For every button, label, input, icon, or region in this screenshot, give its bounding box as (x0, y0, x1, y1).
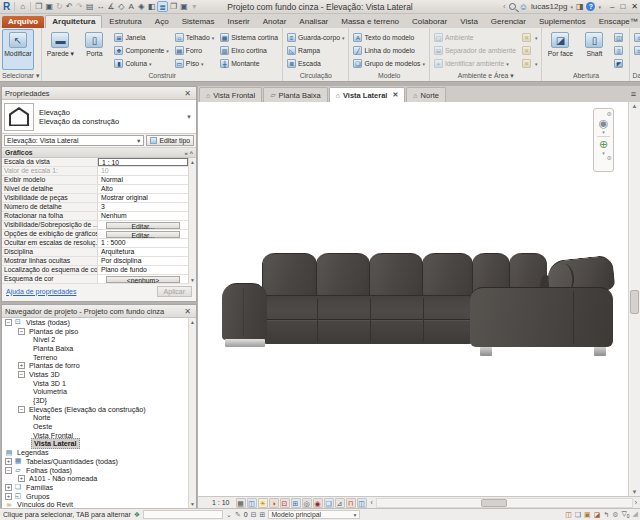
ribbon-tab-suplementos[interactable]: Suplementos (533, 16, 592, 28)
ribbon-tab-arquitetura[interactable]: Arquitetura (45, 15, 102, 28)
section-icon[interactable]: ◧ (147, 1, 157, 12)
ribbon-tab-a-o[interactable]: Aço (149, 16, 175, 28)
area-button[interactable]: ✕ (520, 44, 540, 57)
navbar-gear-icon[interactable]: ⚙ (607, 156, 612, 161)
forro-button[interactable]: ▤Forro (173, 44, 216, 57)
tree-item-a101-n-o-nomeada[interactable]: +A101 - Não nomeada (2, 474, 188, 483)
ribbon-tab-vista[interactable]: Vista (454, 16, 484, 28)
reveal-hidden-icon[interactable]: ◉ (313, 498, 323, 508)
tree-item-plantas-de-piso[interactable]: −Plantas de piso (2, 327, 188, 336)
reveal-constraints-icon[interactable]: ⊓ (346, 498, 356, 508)
open-icon[interactable]: ❐ (34, 1, 43, 12)
vcb-collapse-icon[interactable]: ‹ (371, 499, 373, 506)
collapse-icon[interactable]: − (18, 371, 25, 378)
graphics-section-header[interactable]: Gráficos « ^ (2, 148, 196, 158)
status-dropdown-icon[interactable]: ⌄ (226, 510, 232, 519)
dormer-opening-button[interactable]: ◩ (612, 57, 627, 70)
signed-in-user[interactable]: lucas12pg (531, 2, 567, 11)
sync-icon[interactable]: ↻ (55, 1, 64, 12)
tree-item-eleva-es-eleva-o-da-constru-o-[interactable]: −Elevações (Elevação da construção) (2, 405, 188, 414)
chevron-left-icon[interactable]: ‹ (503, 2, 506, 11)
tree-item-n-vel-2[interactable]: Nível 2 (2, 335, 188, 344)
tree-item-legendas[interactable]: ▤Legendas (2, 448, 188, 457)
editing-requests-icon[interactable]: ❏ (575, 510, 581, 519)
drawing-canvas[interactable]: ⚙ ◉ ▾ ⊕ ▾ ⚙ (198, 102, 628, 496)
area-button[interactable]: ✕▾ (520, 57, 540, 70)
browser-scrollbar[interactable]: ▲▼ (188, 318, 196, 508)
print-icon[interactable]: ▤ (85, 1, 95, 12)
worksharing-status-icon[interactable]: ❖ (134, 510, 140, 519)
guarda-corpo-button[interactable]: ≡Guarda-corpo▾ (285, 31, 346, 44)
property-edit-button[interactable]: <nenhum> (106, 276, 180, 283)
horizontal-scroll-thumb[interactable] (481, 499, 507, 507)
vertical-opening-button[interactable]: ▯ (612, 44, 627, 57)
view-tab-vista-frontal[interactable]: ⌂Vista Frontal (199, 87, 262, 102)
level-button[interactable]: ↕ (632, 31, 640, 44)
vertical-scroll-thumb[interactable] (630, 290, 639, 314)
default-3d-view-icon[interactable]: ◈ (137, 1, 146, 12)
property-value[interactable]: Mostrar original (98, 194, 188, 202)
close-hidden-windows-icon[interactable]: ❐ (169, 1, 178, 12)
ribbon-tab-colaborar[interactable]: Colaborar (406, 16, 453, 28)
view-tab-norte[interactable]: ⌂Norte (406, 87, 446, 102)
ribbon-panel-label-selecionar[interactable]: Selecionar ▾ (0, 71, 41, 81)
temporary-view-properties-icon[interactable]: ❏ (324, 498, 334, 508)
zoom-icon[interactable]: ⊕ (599, 139, 608, 150)
ribbon-tab-arquivo[interactable]: Arquivo (2, 16, 44, 28)
collapse-icon[interactable]: − (5, 319, 12, 326)
redo-icon[interactable]: ↷ (75, 1, 84, 12)
janela-button[interactable]: ⊞Janela (112, 31, 170, 44)
modificar-button[interactable]: ↖Modificar (2, 29, 34, 70)
sistema-cortina-button[interactable]: ▦Sistema cortina (218, 31, 280, 44)
main-model-icon[interactable]: ◪ (594, 510, 601, 519)
zoom-dropdown-icon[interactable]: ▾ (602, 151, 605, 155)
properties-close-icon[interactable]: ✕ (182, 89, 193, 98)
tree-item-norte[interactable]: Norte (2, 414, 188, 423)
steering-wheel-icon[interactable]: ◉ (599, 118, 609, 129)
property-value[interactable]: 3 (98, 203, 188, 211)
parede-button[interactable]: ▬Parede ▾ (44, 29, 76, 70)
properties-scrollbar[interactable]: ▲▼ (188, 158, 196, 284)
app-store-icon[interactable]: ◨ (576, 2, 584, 11)
crop-view-icon[interactable]: ⊡ (280, 498, 290, 508)
property-value[interactable]: Plano de fundo (98, 266, 188, 274)
shaft-button[interactable]: ▯Shaft (578, 29, 610, 70)
show-crop-icon[interactable]: ⊞ (291, 498, 301, 508)
help-dropdown-icon[interactable]: ▾ (598, 4, 601, 10)
ribbon-panel-label-ambiente[interactable]: Ambiente e Área ▾ (430, 71, 542, 81)
property-value[interactable]: 10 (98, 167, 188, 175)
expand-icon[interactable]: + (18, 475, 25, 482)
tree-item-planta-baixa[interactable]: Planta Baixa (2, 344, 188, 353)
exclude-options-icon[interactable]: ↰ (603, 510, 609, 519)
apply-button[interactable]: Aplicar (157, 286, 192, 297)
scroll-down-icon[interactable]: ▼ (629, 489, 640, 495)
edit-type-button[interactable]: Editar tipo (146, 135, 194, 146)
property-value[interactable]: 1 : 5000 (98, 239, 188, 247)
tree-item-terreno[interactable]: Terreno (2, 353, 188, 362)
scroll-up-icon[interactable]: ▲ (629, 103, 640, 109)
collapse-icon[interactable]: − (18, 406, 25, 413)
tree-item-v-nculos-do-revit[interactable]: ∞Vínculos do Revit (2, 500, 188, 508)
grupo-de-modelos-button[interactable]: ❏Grupo de modelos▾ (351, 57, 426, 70)
tree-item-folhas-todas-[interactable]: −▱Folhas (todas) (2, 466, 188, 475)
shadows-icon[interactable]: ◑ (269, 498, 279, 508)
expand-icon[interactable]: + (5, 458, 12, 465)
componente-button[interactable]: ❖Componente▾ (112, 44, 170, 57)
type-selector[interactable]: Elevação Elevação da construção ▼ (2, 100, 196, 134)
sofa-elevation-model[interactable] (222, 251, 614, 361)
area-button[interactable]: ✕▾ (520, 31, 540, 44)
coluna-button[interactable]: ▮Coluna▾ (112, 57, 170, 70)
design-option-combo[interactable]: Modelo principal ▼ (268, 510, 360, 519)
worksharing-display-icon[interactable]: ◫ (357, 498, 367, 508)
tree-item-vista-frontal[interactable]: Vista Frontal (2, 431, 188, 440)
home-icon[interactable]: ⌂ (18, 1, 27, 12)
tree-item--3d-[interactable]: {3D} (2, 396, 188, 405)
save-icon[interactable]: ▣ (44, 1, 54, 12)
type-selector-dropdown-icon[interactable]: ▼ (186, 114, 194, 120)
undo-icon[interactable]: ↶ (65, 1, 74, 12)
detail-level-icon[interactable]: ▦ (236, 498, 246, 508)
user-dropdown-icon[interactable]: ▾ (570, 4, 573, 10)
tree-item-volumetria[interactable]: Volumetria (2, 388, 188, 397)
text-icon[interactable]: A (127, 1, 136, 12)
property-value[interactable]: Arquitetura (98, 248, 188, 256)
